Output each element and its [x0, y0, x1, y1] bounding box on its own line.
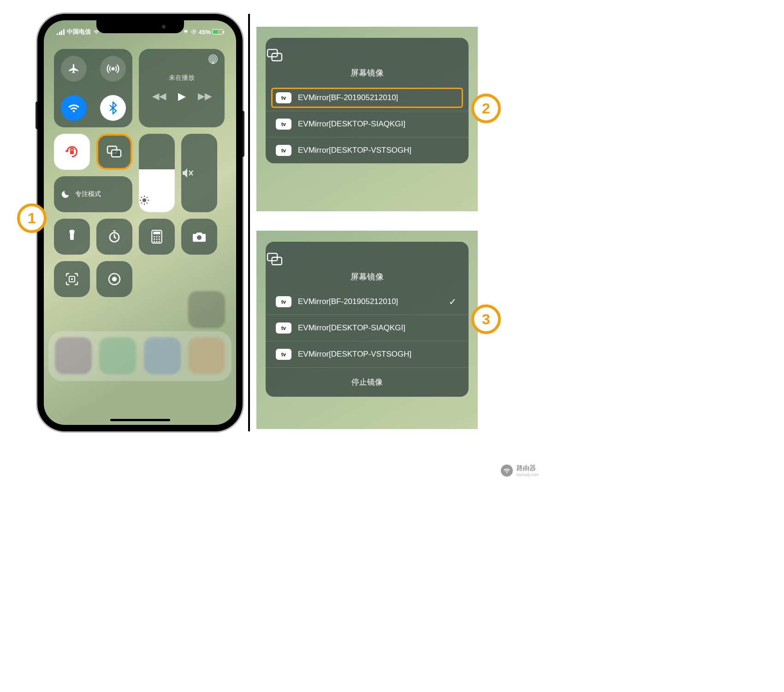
device-name: EVMirror[BF-201905212010]	[298, 93, 398, 102]
screen-mirroring-device-list: 屏幕镜像 tv EVMirror[BF-201905212010] tv EVM…	[266, 38, 469, 163]
svg-point-17	[156, 239, 157, 240]
now-playing-label: 未在播放	[169, 74, 195, 82]
watermark-url: luyouqi.com	[517, 472, 539, 477]
appletv-icon: tv	[276, 322, 291, 334]
rewind-button[interactable]: ◀◀	[152, 90, 166, 102]
svg-point-19	[154, 241, 155, 242]
svg-rect-7	[112, 150, 121, 157]
cellular-data-toggle[interactable]	[100, 56, 126, 82]
play-button[interactable]: ▶	[178, 90, 186, 102]
svg-point-14	[156, 236, 157, 237]
volume-slider[interactable]	[181, 134, 217, 212]
svg-point-21	[159, 241, 160, 242]
device-name: EVMirror[DESKTOP-VSTSOGH]	[298, 146, 411, 155]
svg-point-16	[154, 239, 155, 240]
svg-point-22	[197, 235, 202, 240]
svg-point-18	[159, 239, 160, 240]
brightness-slider[interactable]	[139, 134, 175, 212]
screen-mirroring-button[interactable]	[96, 134, 132, 170]
camera-button[interactable]	[181, 219, 217, 255]
step-1-callout: 1	[17, 203, 47, 233]
moon-icon	[60, 189, 71, 199]
screen-record-button[interactable]	[96, 261, 132, 297]
qr-scanner-button[interactable]	[54, 261, 90, 297]
device-name: EVMirror[DESKTOP-VSTSOGH]	[298, 350, 411, 359]
device-name: EVMirror[BF-201905212010]	[298, 297, 398, 306]
carrier-label: 中国电信	[67, 28, 91, 36]
focus-mode-label: 专注模式	[75, 190, 101, 198]
svg-point-20	[156, 241, 157, 242]
device-option-1[interactable]: tv EVMirror[BF-201905212010]	[266, 85, 469, 111]
battery-indicator: 45%	[199, 29, 223, 36]
device-option-2[interactable]: tv EVMirror[DESKTOP-SIAQKGI]	[266, 315, 469, 341]
device-name: EVMirror[DESKTOP-SIAQKGI]	[298, 119, 405, 129]
tutorial-composite: 中国电信 45%	[0, 0, 544, 476]
appletv-icon: tv	[276, 145, 291, 156]
step-2-panel-wrap: 屏幕镜像 tv EVMirror[BF-201905212010] tv EVM…	[256, 27, 478, 211]
watermark-icon	[501, 465, 513, 477]
svg-rect-5	[70, 150, 74, 154]
focus-mode-button[interactable]: 专注模式	[54, 176, 132, 212]
device-option-3[interactable]: tv EVMirror[DESKTOP-VSTSOGH]	[266, 137, 469, 163]
appletv-icon: tv	[276, 119, 291, 130]
wifi-toggle[interactable]	[61, 95, 87, 121]
panel-title: 屏幕镜像	[266, 271, 469, 282]
svg-point-3	[210, 56, 216, 62]
iphone-device-frame: 中国电信 45%	[37, 14, 243, 431]
svg-rect-9	[70, 230, 74, 231]
orientation-lock-icon	[191, 29, 196, 35]
home-dock	[48, 331, 232, 381]
alarm-icon	[183, 29, 189, 35]
brightness-icon	[139, 195, 175, 206]
svg-point-13	[154, 236, 155, 237]
svg-point-2	[212, 58, 214, 60]
timer-button[interactable]	[96, 219, 132, 255]
svg-point-15	[159, 236, 160, 237]
checkmark-icon: ✓	[449, 296, 457, 307]
device-option-1-selected[interactable]: tv EVMirror[BF-201905212010] ✓	[266, 289, 469, 315]
calculator-button[interactable]	[139, 219, 175, 255]
notch	[96, 20, 184, 33]
screen-mirroring-icon	[266, 252, 284, 267]
device-option-2[interactable]: tv EVMirror[DESKTOP-SIAQKGI]	[266, 111, 469, 137]
home-indicator[interactable]	[110, 419, 170, 421]
svg-rect-12	[154, 232, 160, 234]
flashlight-button[interactable]	[54, 219, 90, 255]
now-playing-tile[interactable]: 未在播放 ◀◀ ▶ ▶▶	[139, 49, 225, 127]
watermark: 路由器 luyouqi.com	[501, 464, 539, 477]
forward-button[interactable]: ▶▶	[198, 90, 212, 102]
svg-point-26	[112, 277, 117, 281]
battery-percentage: 45%	[199, 29, 211, 36]
device-name: EVMirror[DESKTOP-SIAQKGI]	[298, 323, 405, 333]
step-3-callout: 3	[471, 304, 501, 334]
control-center: 未在播放 ◀◀ ▶ ▶▶	[54, 49, 226, 304]
airplane-mode-toggle[interactable]	[61, 56, 87, 82]
connectivity-tile[interactable]	[54, 49, 132, 127]
phone-screen: 中国电信 45%	[44, 20, 236, 425]
step-3-panel-wrap: 屏幕镜像 tv EVMirror[BF-201905212010] ✓ tv E…	[256, 231, 478, 429]
airplay-icon[interactable]	[208, 54, 218, 65]
rotation-lock-button[interactable]	[54, 134, 90, 170]
svg-point-8	[143, 198, 146, 202]
divider	[248, 14, 250, 431]
step-2-callout: 2	[471, 94, 501, 123]
appletv-icon: tv	[276, 296, 291, 307]
watermark-text: 路由器	[517, 464, 539, 472]
mute-icon	[181, 167, 217, 179]
device-option-3[interactable]: tv EVMirror[DESKTOP-VSTSOGH]	[266, 341, 469, 367]
cellular-signal-icon	[57, 29, 65, 35]
svg-point-1	[112, 67, 114, 70]
appletv-icon: tv	[276, 349, 291, 360]
screen-mirroring-connected-list: 屏幕镜像 tv EVMirror[BF-201905212010] ✓ tv E…	[266, 242, 469, 397]
bluetooth-toggle[interactable]	[100, 95, 126, 121]
svg-point-24	[71, 278, 73, 280]
screen-mirroring-icon	[266, 48, 284, 63]
stop-mirroring-button[interactable]: 停止镜像	[266, 367, 469, 397]
panel-title: 屏幕镜像	[266, 67, 469, 78]
appletv-icon: tv	[276, 92, 291, 103]
